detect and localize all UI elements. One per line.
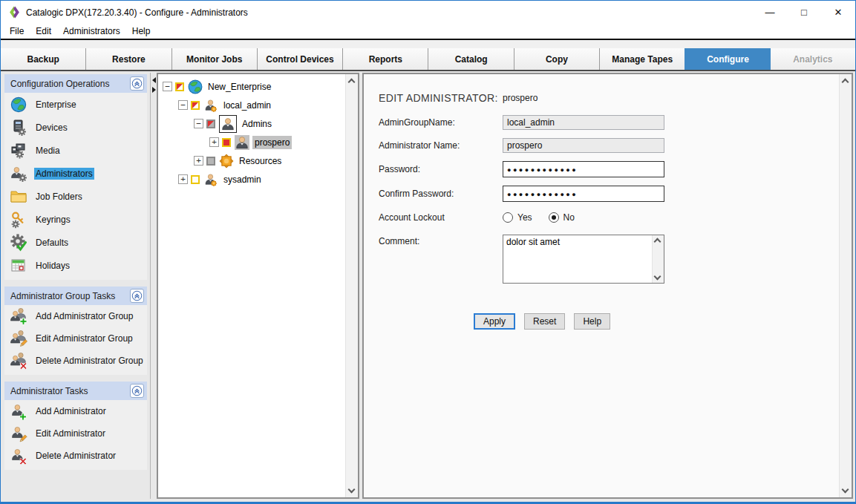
media-gear-icon [10,142,27,160]
radio-yes-label[interactable]: Yes [517,212,532,223]
sidebar-item-defaults[interactable]: Defaults [4,231,147,254]
sidebar-item-label: Media [34,145,62,157]
expander-plus-icon[interactable]: + [194,156,203,166]
tree-node-sysadmin[interactable]: + sysadmin [158,170,345,189]
sidebar-item-label: Delete Administrator Group [34,355,145,367]
tree-node-label[interactable]: Admins [240,117,274,131]
sidebar-item-add-administrator[interactable]: Add Administrator [4,400,147,422]
panel-splitter[interactable] [150,73,157,499]
collapse-right-icon[interactable] [152,87,156,93]
tree-node-label[interactable]: prospero [252,136,292,149]
scroll-up-icon[interactable] [348,79,356,86]
confirm-password-field[interactable] [503,186,664,202]
comment-scrollbar[interactable] [652,235,664,283]
tab-backup[interactable]: Backup [1,48,85,70]
admin-group-star-icon [203,172,218,187]
sidebar-item-job-folders[interactable]: Job Folders [4,185,147,208]
admin-group-name-field[interactable] [503,115,664,130]
scroll-down-icon[interactable] [842,486,849,494]
tree-node-admins[interactable]: − Admins [158,114,345,133]
tree-node-label[interactable]: Resources [237,154,284,168]
tree-checkbox-empty[interactable] [191,175,200,184]
folder-icon [10,188,27,206]
menu-file[interactable]: File [4,24,30,38]
tab-control-devices[interactable]: Control Devices [257,48,342,70]
tree-checkbox-partial[interactable] [191,101,200,110]
radio-yes[interactable] [503,212,513,223]
sidebar-item-edit-administrator[interactable]: Edit Administrator [4,422,147,445]
sidebar-item-label: Holidays [34,260,71,272]
radio-no-label[interactable]: No [563,212,575,223]
apply-button[interactable]: Apply [474,313,515,330]
expander-plus-icon[interactable]: + [209,137,219,147]
menu-administrators[interactable]: Administrators [57,24,126,38]
sidebar-item-enterprise[interactable]: Enterprise [4,93,147,116]
comment-box: dolor sit amet [503,235,664,284]
sidebar-item-delete-administrator[interactable]: Delete Administrator [4,445,147,467]
expander-minus-icon[interactable]: − [163,82,172,91]
tab-catalog[interactable]: Catalog [428,48,513,70]
tree-scrollbar[interactable] [345,74,358,497]
tab-monitor-jobs[interactable]: Monitor Jobs [171,48,257,70]
sidebar-item-keyrings[interactable]: Keyrings [4,208,147,231]
tab-reports[interactable]: Reports [342,48,428,70]
sidebar-item-label: Edit Administrator Group [34,333,134,344]
sidebar-item-administrators[interactable]: Administrators [4,162,147,185]
collapse-chevron-button[interactable] [130,289,144,303]
expander-plus-icon[interactable]: + [178,174,188,184]
radio-no[interactable] [549,212,559,223]
tree-node-label[interactable]: local_admin [221,99,273,112]
section-title: Administrator Group Tasks [10,291,130,301]
comment-field[interactable]: dolor sit amet [503,235,652,283]
tree-node-new-enterprise[interactable]: − New_Enterprise [158,77,345,96]
tree-node-label[interactable]: New_Enterprise [206,80,273,94]
tree-node-prospero[interactable]: + prospero [158,133,345,151]
expander-minus-icon[interactable]: − [178,100,188,110]
scroll-up-icon[interactable] [654,238,661,246]
tree-checkbox-unavailable[interactable] [206,157,215,166]
tab-copy[interactable]: Copy [514,48,599,70]
close-button[interactable]: ✕ [821,1,855,24]
tree-node-resources[interactable]: + Resources [158,151,345,170]
maximize-button[interactable]: □ [787,1,821,24]
admin-group-name-label: AdminGroupName: [379,117,503,128]
administrator-name-field[interactable] [503,138,664,153]
password-field[interactable] [503,161,664,177]
admin-group-star-icon [203,98,218,113]
edit-administrator-panel: EDIT ADMINISTRATOR: prospero AdminGroupN… [362,73,853,499]
window-title: Catalogic DPX(172.20.3.40) - Configure -… [26,7,248,18]
collapse-chevron-button[interactable] [130,384,144,398]
form-scrollbar[interactable] [839,74,852,497]
scroll-down-icon[interactable] [654,273,661,281]
sidebar-item-delete-administrator-group[interactable]: Delete Administrator Group [4,350,147,372]
section-title: Administrator Tasks [10,386,130,396]
help-button[interactable]: Help [574,313,610,330]
minimize-button[interactable]: — [753,1,787,24]
tab-configure[interactable]: Configure [685,48,770,70]
tab-manage-tapes[interactable]: Manage Tapes [599,48,685,70]
tab-restore[interactable]: Restore [85,48,171,70]
reset-button[interactable]: Reset [524,313,565,330]
tree-checkbox-partial[interactable] [175,82,184,91]
sidebar-item-holidays[interactable]: Holidays [4,254,147,277]
menu-edit[interactable]: Edit [30,24,57,38]
scroll-down-icon[interactable] [348,486,356,494]
tree-checkbox-checked[interactable] [222,138,231,147]
account-lockout-label: Account Lockout [379,212,503,223]
scroll-up-icon[interactable] [842,79,849,86]
menu-help[interactable]: Help [126,24,157,38]
sidebar-item-media[interactable]: Media [4,139,147,162]
collapse-left-icon[interactable] [152,77,156,83]
sidebar: Configuration Operations Enterprise Devi… [1,73,149,499]
tree-node-label[interactable]: sysadmin [221,173,264,186]
sidebar-item-add-administrator-group[interactable]: Add Administrator Group [4,305,147,327]
tree-checkbox-partial-gray[interactable] [206,120,215,128]
group-add-icon [10,307,27,325]
enterprise-tree: − New_Enterprise − local_admin − Admins [158,74,345,497]
tree-node-local-admin[interactable]: − local_admin [158,96,345,114]
expander-minus-icon[interactable]: − [194,119,203,128]
sidebar-item-edit-administrator-group[interactable]: Edit Administrator Group [4,327,147,350]
collapse-chevron-button[interactable] [130,76,144,91]
sidebar-item-devices[interactable]: Devices [4,116,147,139]
sidebar-item-label: Devices [34,122,69,134]
